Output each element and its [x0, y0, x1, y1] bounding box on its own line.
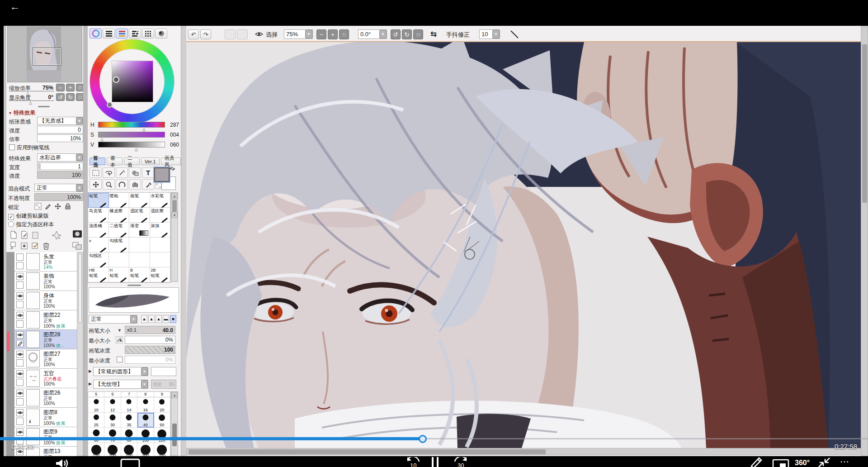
layer-extra-toggle[interactable] [16, 262, 24, 269]
dropdown-arrow-icon[interactable]: ▼ [379, 30, 387, 38]
360-icon[interactable]: 360° [795, 459, 810, 467]
edge-shape-button[interactable]: ▲ [141, 315, 147, 323]
brush-cell-empty[interactable] [109, 253, 130, 267]
dropdown-arrow-icon[interactable]: ▼ [492, 30, 500, 38]
nav-zoom-out-button[interactable]: − [56, 84, 65, 91]
layer-visibility-toggle[interactable] [16, 253, 24, 261]
layer-thumbnail[interactable] [26, 409, 40, 426]
effect-type-select[interactable]: 水彩边界 ▼ [37, 153, 83, 162]
zoom-percent-select[interactable]: 75% ▼ [284, 29, 313, 39]
brush-cell-empty[interactable] [129, 238, 150, 253]
dual-view-button[interactable] [72, 241, 82, 252]
clipping-mask-row[interactable]: ✓ 创建剪贴蒙版 [8, 212, 48, 220]
size-preset-150[interactable]: 150 [88, 443, 104, 457]
size-preset-20[interactable]: 20 [154, 397, 170, 413]
layers-scrollbar[interactable] [77, 252, 83, 456]
progress-played[interactable] [0, 437, 423, 440]
transparent-color-swatch[interactable] [156, 182, 161, 191]
progress-handle[interactable] [419, 435, 427, 443]
brush-cell-画笔[interactable]: 画笔 [129, 193, 150, 208]
brush-cell-渐变[interactable]: 渐变 [129, 223, 150, 238]
dropdown-arrow-icon[interactable]: ▼ [130, 315, 137, 323]
size-preset-300[interactable]: 300 [137, 443, 154, 457]
navigator[interactable] [7, 26, 82, 82]
paper-texture-select[interactable]: 【无质感】 ▼ [37, 117, 83, 125]
new-folder-button[interactable] [31, 230, 40, 241]
layer-row-头发[interactable]: 头发正常14% [14, 252, 77, 272]
layer-row-五官[interactable]: 五官正片叠底100% [14, 369, 77, 388]
layer-thumbnail[interactable] [26, 253, 40, 270]
edge-shape-button[interactable]: ▬ [163, 315, 169, 323]
layer-thumbnail[interactable] [26, 311, 40, 329]
layer-extra-toggle[interactable] [16, 418, 24, 425]
blend-mode-select[interactable]: 正常 ▼ [34, 184, 83, 192]
lock-alpha-button[interactable] [34, 203, 42, 212]
layer-extra-toggle[interactable] [16, 398, 24, 405]
selection-source-row[interactable]: 指定为选区样本 [8, 221, 54, 229]
brush-cell-empty[interactable] [150, 238, 171, 253]
size-preset-12[interactable]: 12 [104, 397, 121, 413]
size-preset-50[interactable]: 50 [154, 413, 170, 428]
clipping-mask-checkbox[interactable]: ✓ [8, 214, 14, 220]
size-preset-80[interactable]: 80 [121, 428, 137, 443]
apply-pen-line-row[interactable]: 应用到钢笔线 [9, 144, 49, 152]
size-preset-14[interactable]: 14 [121, 397, 137, 413]
lock-all-icon[interactable] [64, 203, 71, 212]
brush-cell-马克笔[interactable]: 马克笔 [88, 208, 109, 223]
layer-row-图层8[interactable]: 图层8正常100% 效果 [14, 408, 77, 427]
shape-tool[interactable] [129, 167, 141, 178]
navigator-viewport-rect[interactable] [33, 48, 61, 65]
layers-scrollbar-thumb[interactable] [78, 254, 82, 323]
stabilizer-select[interactable]: 10 ▼ [479, 29, 500, 39]
brush-shape-select[interactable]: 【常规的圆形】 ▼ [93, 367, 148, 376]
nav-angle-slider-marker[interactable]: △ [29, 100, 32, 105]
color-bars-tab[interactable] [103, 29, 115, 38]
brush-cell-B-铅笔[interactable]: B铅笔 [129, 267, 150, 282]
more-options-icon[interactable]: ⋯ [840, 456, 850, 467]
mixer-tab[interactable] [155, 29, 167, 38]
panel-divider[interactable] [38, 106, 50, 107]
paper-strength-input[interactable]: 0 [37, 126, 83, 133]
text-tool[interactable]: T [142, 167, 154, 178]
layer-thumbnail[interactable] [26, 389, 40, 406]
layer-row-图层22[interactable]: 图层22正常100% 效果 [14, 310, 77, 330]
hand-tool[interactable] [129, 179, 141, 190]
brush-cell-勾线区[interactable]: 勾线区 [88, 253, 109, 267]
panel-collapse-strip[interactable] [181, 26, 186, 456]
brush-scrollbar-thumb[interactable] [172, 200, 177, 213]
apply-layer-button[interactable] [31, 241, 40, 252]
foreground-color-swatch[interactable] [154, 167, 170, 182]
flip-horizontal-icon[interactable]: ⇆ [430, 29, 437, 39]
layer-row-图层27[interactable]: 图层27正常100% [14, 349, 77, 369]
rewind-10-icon[interactable]: 10 [404, 457, 423, 467]
size-preset-35[interactable]: 35 [121, 413, 137, 428]
layer-extra-toggle[interactable] [16, 301, 24, 308]
dropdown-arrow-icon[interactable]: ▼ [76, 117, 83, 124]
undo-button[interactable]: ↶ [188, 29, 199, 39]
rotate-ccw-button[interactable]: ↺ [391, 29, 401, 39]
hue-slider[interactable] [98, 122, 165, 128]
brush-cell-水彩笔[interactable]: 水彩笔 [150, 193, 171, 208]
layer-visibility-toggle[interactable] [16, 370, 24, 377]
rgb-sliders-tab[interactable] [116, 29, 128, 38]
brush-cell-HB-铅笔[interactable]: HB铅笔 [88, 267, 109, 282]
canvas-vscrollbar[interactable] [861, 26, 868, 456]
dropdown-arrow-icon[interactable]: ▼ [76, 184, 83, 191]
zoom-tool[interactable] [103, 179, 115, 190]
layer-visibility-toggle[interactable] [16, 429, 24, 436]
min-size-pressure-button[interactable] [116, 336, 123, 345]
layer-extra-toggle[interactable] [16, 281, 24, 289]
rotate-cw-button[interactable]: ↻ [402, 29, 412, 39]
lasso-tool[interactable] [103, 167, 115, 178]
tool-tab-画具风[interactable]: 画具风 [161, 157, 181, 165]
layer-thumbnail[interactable] [26, 331, 40, 348]
exit-fullscreen-icon[interactable] [817, 457, 831, 467]
layer-thumbnail[interactable] [26, 370, 40, 387]
transform-button[interactable] [52, 230, 61, 242]
selection-source-radio[interactable] [8, 221, 14, 227]
hue-cursor[interactable] [107, 102, 113, 108]
panel-divider[interactable] [127, 285, 141, 286]
apply-pen-line-checkbox[interactable] [9, 144, 15, 150]
brush-cell-H-铅笔[interactable]: H铅笔 [109, 267, 130, 282]
lock-move-button[interactable] [54, 203, 61, 212]
